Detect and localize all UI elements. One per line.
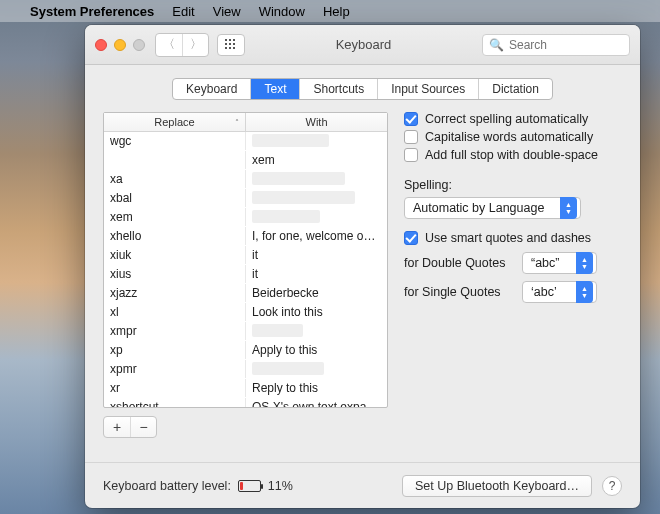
- with-cell[interactable]: [246, 360, 387, 378]
- sort-asc-icon: ˄: [235, 118, 239, 127]
- checkbox-icon: [404, 148, 418, 162]
- footer: Keyboard battery level: 11% Set Up Bluet…: [85, 462, 640, 508]
- checkbox-icon: [404, 130, 418, 144]
- single-quotes-dropdown[interactable]: ‘abc’ ▲▼: [522, 281, 597, 303]
- tab-dictation[interactable]: Dictation: [478, 79, 552, 99]
- table-row[interactable]: xem: [104, 208, 387, 227]
- with-cell[interactable]: it: [246, 265, 387, 283]
- redacted-text: [252, 210, 320, 223]
- table-row[interactable]: xrReply to this: [104, 379, 387, 398]
- grid-icon: [225, 39, 237, 51]
- dropdown-value: Automatic by Language: [413, 201, 554, 215]
- replace-cell[interactable]: xl: [104, 303, 246, 321]
- double-quotes-dropdown[interactable]: “abc” ▲▼: [522, 252, 597, 274]
- with-cell[interactable]: Reply to this: [246, 379, 387, 397]
- menu-view[interactable]: View: [213, 4, 241, 19]
- replace-cell[interactable]: [104, 151, 246, 169]
- replace-cell[interactable]: xem: [104, 208, 246, 226]
- fullstop-checkbox[interactable]: Add full stop with double-space: [404, 148, 622, 162]
- with-cell[interactable]: [246, 189, 387, 207]
- zoom-button: [133, 39, 145, 51]
- with-cell[interactable]: [246, 170, 387, 188]
- add-button[interactable]: +: [104, 417, 130, 437]
- table-row[interactable]: xpmr: [104, 360, 387, 379]
- table-row[interactable]: wgc: [104, 132, 387, 151]
- table-row[interactable]: xhelloI, for one, welcome our ne…: [104, 227, 387, 246]
- with-cell[interactable]: xem: [246, 151, 387, 169]
- menu-edit[interactable]: Edit: [172, 4, 194, 19]
- svg-rect-0: [225, 39, 227, 41]
- replace-cell[interactable]: xshortcut: [104, 398, 246, 407]
- table-row[interactable]: xem: [104, 151, 387, 170]
- replace-cell[interactable]: xa: [104, 170, 246, 188]
- tab-text[interactable]: Text: [250, 79, 299, 99]
- back-button[interactable]: 〈: [156, 34, 182, 56]
- table-row[interactable]: xa: [104, 170, 387, 189]
- replace-cell[interactable]: xius: [104, 265, 246, 283]
- show-all-button[interactable]: [217, 34, 245, 56]
- with-cell[interactable]: [246, 132, 387, 150]
- column-with[interactable]: With: [246, 113, 387, 131]
- search-input[interactable]: [509, 38, 623, 52]
- replace-cell[interactable]: xmpr: [104, 322, 246, 340]
- with-cell[interactable]: Look into this: [246, 303, 387, 321]
- table-row[interactable]: xshortcutOS X's own text expansion: [104, 398, 387, 407]
- table-row[interactable]: xbal: [104, 189, 387, 208]
- menu-window[interactable]: Window: [259, 4, 305, 19]
- help-button[interactable]: ?: [602, 476, 622, 496]
- table-row[interactable]: xiusit: [104, 265, 387, 284]
- replace-cell[interactable]: xr: [104, 379, 246, 397]
- table-row[interactable]: xjazzBeiderbecke: [104, 284, 387, 303]
- replace-cell[interactable]: xbal: [104, 189, 246, 207]
- replacements-table[interactable]: Replace ˄ With wgcxemxaxbalxemxhelloI, f…: [103, 112, 388, 408]
- close-button[interactable]: [95, 39, 107, 51]
- table-row[interactable]: xmpr: [104, 322, 387, 341]
- with-cell[interactable]: [246, 208, 387, 226]
- table-row[interactable]: xlLook into this: [104, 303, 387, 322]
- dropdown-value: “abc”: [531, 256, 570, 270]
- tab-input-sources[interactable]: Input Sources: [377, 79, 478, 99]
- bluetooth-keyboard-button[interactable]: Set Up Bluetooth Keyboard…: [402, 475, 592, 497]
- table-row[interactable]: xpApply to this: [104, 341, 387, 360]
- app-menu[interactable]: System Preferences: [30, 4, 154, 19]
- checkbox-label: Correct spelling automatically: [425, 112, 588, 126]
- svg-rect-6: [225, 47, 227, 49]
- minimize-button[interactable]: [114, 39, 126, 51]
- with-cell[interactable]: OS X's own text expansion: [246, 398, 387, 407]
- replace-cell[interactable]: xjazz: [104, 284, 246, 302]
- checkbox-label: Add full stop with double-space: [425, 148, 598, 162]
- replace-cell[interactable]: xiuk: [104, 246, 246, 264]
- chevron-updown-icon: ▲▼: [576, 252, 593, 274]
- dropdown-value: ‘abc’: [531, 285, 570, 299]
- replace-cell[interactable]: wgc: [104, 132, 246, 150]
- with-cell[interactable]: Beiderbecke: [246, 284, 387, 302]
- chevron-updown-icon: ▲▼: [576, 281, 593, 303]
- menu-help[interactable]: Help: [323, 4, 350, 19]
- smart-quotes-checkbox[interactable]: Use smart quotes and dashes: [404, 231, 622, 245]
- with-cell[interactable]: [246, 322, 387, 340]
- svg-rect-7: [229, 47, 231, 49]
- with-cell[interactable]: it: [246, 246, 387, 264]
- svg-rect-8: [233, 47, 235, 49]
- table-row[interactable]: xiukit: [104, 246, 387, 265]
- replace-cell[interactable]: xpmr: [104, 360, 246, 378]
- redacted-text: [252, 191, 355, 204]
- spelling-dropdown[interactable]: Automatic by Language ▲▼: [404, 197, 581, 219]
- with-cell[interactable]: Apply to this: [246, 341, 387, 359]
- replace-cell[interactable]: xhello: [104, 227, 246, 245]
- capitalise-checkbox[interactable]: Capitalise words automatically: [404, 130, 622, 144]
- replace-cell[interactable]: xp: [104, 341, 246, 359]
- checkbox-label: Capitalise words automatically: [425, 130, 593, 144]
- svg-rect-1: [229, 39, 231, 41]
- remove-button[interactable]: −: [130, 417, 156, 437]
- tab-shortcuts[interactable]: Shortcuts: [299, 79, 377, 99]
- menu-bar[interactable]: System Preferences Edit View Window Help: [0, 0, 660, 22]
- forward-button[interactable]: 〉: [182, 34, 208, 56]
- svg-rect-5: [233, 43, 235, 45]
- single-quotes-label: for Single Quotes: [404, 285, 514, 299]
- tab-keyboard[interactable]: Keyboard: [173, 79, 250, 99]
- with-cell[interactable]: I, for one, welcome our ne…: [246, 227, 387, 245]
- correct-spelling-checkbox[interactable]: Correct spelling automatically: [404, 112, 622, 126]
- search-field[interactable]: 🔍: [482, 34, 630, 56]
- column-replace[interactable]: Replace ˄: [104, 113, 246, 131]
